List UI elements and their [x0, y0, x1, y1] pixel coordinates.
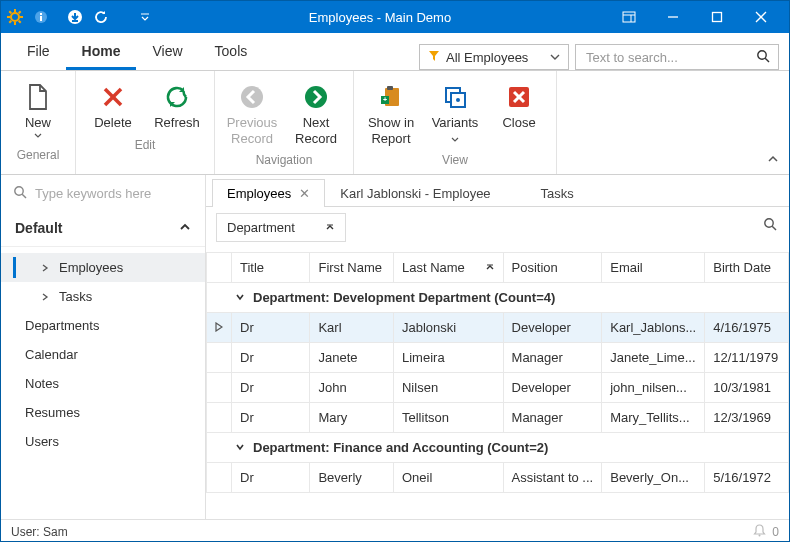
sidebar-item-users[interactable]: Users [1, 427, 205, 456]
sidebar-item-tasks[interactable]: Tasks [1, 282, 205, 311]
grid-search-icon[interactable] [763, 217, 777, 234]
sidebar-item-employees[interactable]: Employees [1, 253, 205, 282]
cell[interactable]: Mary_Tellits... [602, 403, 705, 433]
qat-customize-icon[interactable] [137, 9, 153, 25]
cell[interactable]: Assistant to ... [503, 463, 602, 493]
sidebar-search-placeholder: Type keywords here [35, 186, 151, 201]
cell[interactable]: Limeira [393, 343, 503, 373]
group-panel-label: Department [227, 220, 295, 235]
col-first-name[interactable]: First Name [310, 253, 394, 283]
sidebar-item-resumes[interactable]: Resumes [1, 398, 205, 427]
tab-home[interactable]: Home [66, 35, 137, 70]
global-search-box[interactable] [575, 44, 779, 70]
table-row[interactable]: DrKarlJablonskiDeveloperKarl_Jablons...4… [207, 313, 789, 343]
status-user: User: Sam [11, 525, 68, 539]
info-icon[interactable] [33, 9, 49, 25]
cell[interactable]: Beverly [310, 463, 394, 493]
cell[interactable]: Mary [310, 403, 394, 433]
cell[interactable]: Dr [232, 343, 310, 373]
sort-asc-icon [325, 222, 335, 234]
cell[interactable]: Beverly_On... [602, 463, 705, 493]
cell[interactable]: 4/16/1975 [705, 313, 789, 343]
notification-count: 0 [772, 525, 779, 539]
refresh-button[interactable]: Refresh [146, 79, 208, 133]
show-in-report-button[interactable]: + Show in Report [360, 79, 422, 148]
window-compact-icon[interactable] [607, 1, 651, 33]
ribbon-group-general: General [17, 145, 60, 167]
group-row[interactable]: Department: Development Department (Coun… [207, 283, 789, 313]
cell[interactable]: Janete [310, 343, 394, 373]
tab-file[interactable]: File [11, 35, 66, 70]
chevron-down-icon [235, 290, 245, 305]
table-row[interactable]: DrMaryTellitsonManagerMary_Tellits...12/… [207, 403, 789, 433]
cell[interactable]: 5/16/1972 [705, 463, 789, 493]
cell[interactable]: 10/3/1981 [705, 373, 789, 403]
variants-button[interactable]: Variants [424, 79, 486, 148]
maximize-button[interactable] [695, 1, 739, 33]
minimize-button[interactable] [651, 1, 695, 33]
close-window-button[interactable] [739, 1, 783, 33]
sidebar-item-calendar[interactable]: Calendar [1, 340, 205, 369]
download-icon[interactable] [67, 9, 83, 25]
new-button[interactable]: New [7, 79, 69, 143]
chevron-up-icon[interactable] [179, 220, 191, 236]
sidebar-item-notes[interactable]: Notes [1, 369, 205, 398]
cell[interactable]: Dr [232, 313, 310, 343]
employees-grid[interactable]: Title First Name Last Name Position Emai… [206, 252, 789, 493]
collapse-ribbon-icon[interactable] [767, 153, 779, 168]
col-title[interactable]: Title [232, 253, 310, 283]
cell[interactable]: Manager [503, 343, 602, 373]
close-button[interactable]: Close [488, 79, 550, 148]
tab-tools[interactable]: Tools [199, 35, 264, 70]
app-gear-icon[interactable] [7, 9, 23, 25]
close-tab-icon[interactable]: ✕ [299, 186, 310, 201]
chevron-down-icon [235, 440, 245, 455]
col-email[interactable]: Email [602, 253, 705, 283]
bell-icon[interactable] [753, 524, 766, 540]
cell[interactable]: Oneil [393, 463, 503, 493]
col-birth-date[interactable]: Birth Date [705, 253, 789, 283]
filter-dropdown[interactable]: All Employees [419, 44, 569, 70]
table-row[interactable]: DrBeverlyOneilAssistant to ...Beverly_On… [207, 463, 789, 493]
cell[interactable]: Dr [232, 463, 310, 493]
search-icon[interactable] [756, 49, 770, 66]
col-position[interactable]: Position [503, 253, 602, 283]
cell[interactable]: Developer [503, 373, 602, 403]
cell[interactable]: Tellitson [393, 403, 503, 433]
chevron-right-icon [41, 262, 51, 274]
cell[interactable]: 12/3/1969 [705, 403, 789, 433]
sidebar-item-departments[interactable]: Departments [1, 311, 205, 340]
doc-tab-employees[interactable]: Employees ✕ [212, 179, 325, 207]
cell[interactable]: Karl_Jablons... [602, 313, 705, 343]
cell[interactable]: John [310, 373, 394, 403]
cell[interactable]: Dr [232, 403, 310, 433]
cell[interactable]: Nilsen [393, 373, 503, 403]
tab-view[interactable]: View [136, 35, 198, 70]
cell[interactable]: Jablonski [393, 313, 503, 343]
next-record-button[interactable]: Next Record [285, 79, 347, 148]
cell[interactable]: john_nilsen... [602, 373, 705, 403]
table-row[interactable]: DrJohnNilsenDeveloperjohn_nilsen...10/3/… [207, 373, 789, 403]
svg-rect-10 [40, 16, 42, 21]
svg-line-7 [9, 21, 11, 23]
svg-point-26 [241, 86, 263, 108]
delete-button[interactable]: Delete [82, 79, 144, 133]
sidebar-search[interactable]: Type keywords here [1, 175, 205, 212]
doc-tab-tasks[interactable]: Tasks [526, 179, 589, 207]
ribbon-group-view: View [442, 150, 468, 172]
col-last-name[interactable]: Last Name [393, 253, 503, 283]
cell[interactable]: Karl [310, 313, 394, 343]
cell[interactable]: Janete_Lime... [602, 343, 705, 373]
group-row[interactable]: Department: Finance and Accounting (Coun… [207, 433, 789, 463]
cell[interactable]: Developer [503, 313, 602, 343]
refresh-icon[interactable] [93, 9, 109, 25]
table-row[interactable]: DrJaneteLimeiraManagerJanete_Lime...12/1… [207, 343, 789, 373]
search-input[interactable] [584, 49, 756, 66]
ribbon-group-navigation: Navigation [256, 150, 313, 172]
group-panel-item[interactable]: Department [216, 213, 346, 242]
doc-tab-karl[interactable]: Karl Jablonski - Employee [325, 179, 505, 207]
cell[interactable]: Dr [232, 373, 310, 403]
cell[interactable]: 12/11/1979 [705, 343, 789, 373]
cell[interactable]: Manager [503, 403, 602, 433]
svg-rect-11 [40, 13, 42, 15]
